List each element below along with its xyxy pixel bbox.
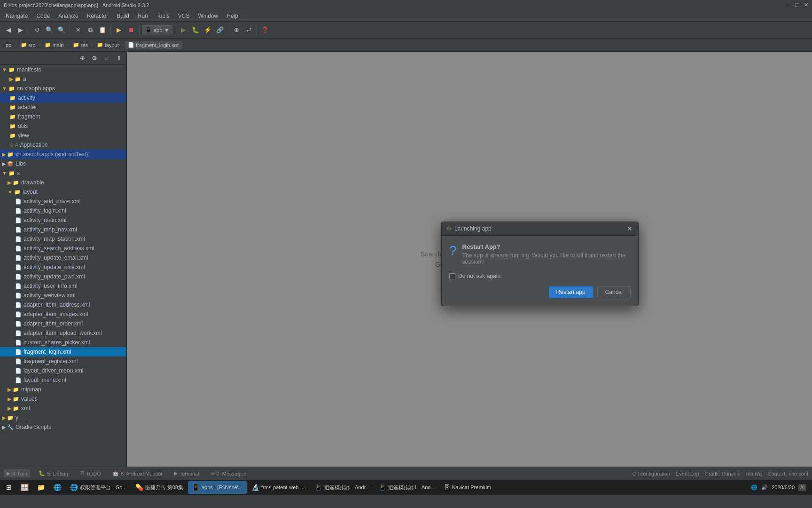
toolbar-attach-btn[interactable]: 🔗	[214, 24, 226, 36]
taskbar-start[interactable]: ⊞	[2, 480, 16, 494]
status-tab-terminal[interactable]: ▶ Terminal	[171, 469, 202, 477]
status-tab-messages[interactable]: ✉ 0: Messages	[208, 469, 249, 477]
status-tab-android-monitor[interactable]: 🤖 6: Android Monitor	[109, 469, 165, 477]
taskbar-app-yijie[interactable]: 💊 医捷奔传 第08集	[132, 481, 187, 494]
menu-code[interactable]: Code	[32, 12, 54, 20]
toolbar-forward[interactable]: ▶	[15, 24, 26, 36]
taskbar-app-navicat[interactable]: 🗄 Navicat Premium	[440, 481, 495, 494]
taskbar-app-frms[interactable]: 🔬 frms-patent-web -...	[248, 481, 310, 494]
tree-add-driver[interactable]: 📄 activity_add_driver.xml	[0, 197, 126, 206]
sidebar-sort-btn[interactable]: ⇕	[113, 53, 125, 64]
tree-search-address[interactable]: 📄 activity_search_address.xml	[0, 244, 126, 253]
tree-cn-xiaoph[interactable]: ▼ 📁 cn.xiaoph.apps	[0, 84, 126, 93]
breadcrumb-res[interactable]: 📁 res	[70, 41, 91, 49]
dialog-close-button[interactable]: ✕	[626, 225, 633, 232]
taskbar-app-emulator1[interactable]: 📱 逍遥模拟器 - Andr...	[311, 481, 374, 494]
cancel-button[interactable]: Cancel	[597, 286, 631, 298]
toolbar-copy[interactable]: ⧉	[85, 24, 96, 36]
restart-app-button[interactable]: Restart app	[548, 286, 593, 298]
menu-window[interactable]: Window	[195, 12, 222, 20]
toolbar-cut[interactable]: ✕	[72, 24, 84, 36]
tree-xml[interactable]: ▶ 📁 xml	[0, 404, 126, 413]
tree-adapter-address[interactable]: 📄 adapter_item_address.xml	[0, 300, 126, 310]
taskbar-app-0[interactable]: 🪟	[17, 481, 32, 494]
status-event-log[interactable]: Event Log	[676, 471, 699, 476]
taskbar-app-2[interactable]: 🌐	[50, 481, 65, 494]
breadcrumb-pp[interactable]: pp	[3, 41, 14, 49]
tree-view[interactable]: 📁 view	[0, 131, 126, 140]
tree-adapter-order[interactable]: 📄 adapter_item_order.xml	[0, 319, 126, 328]
tree-drawable[interactable]: ▶ 📁 drawable	[0, 178, 126, 187]
tree-gradle-scripts[interactable]: ▶ 🔧 Gradle Scripts	[0, 422, 126, 432]
status-gradle[interactable]: Gradle Console	[704, 471, 740, 476]
tree-androidtest[interactable]: ▶ 📁 cn.xiaoph.apps (androidTest)	[0, 150, 126, 159]
tree-utils[interactable]: 📁 utils	[0, 121, 126, 131]
toolbar-stop[interactable]: ⏹	[125, 24, 137, 36]
tree-layout-driver[interactable]: 📄 layout_driver_menu.xml	[0, 366, 126, 375]
minimize-btn[interactable]: ─	[786, 2, 790, 8]
toolbar-search1[interactable]: 🔍	[44, 24, 55, 36]
do-not-ask-checkbox[interactable]	[449, 273, 455, 279]
sidebar-add-btn[interactable]: ⊕	[77, 53, 88, 64]
tree-fragment[interactable]: 📁 fragment	[0, 112, 126, 121]
tree-map-station[interactable]: 📄 activity_map_station.xml	[0, 234, 126, 244]
tree-adapter[interactable]: 📁 adapter	[0, 103, 126, 112]
menu-help[interactable]: Help	[223, 12, 242, 20]
toolbar-paste[interactable]: 📋	[97, 24, 108, 36]
taskbar-app-emulator2[interactable]: 📱 逍遥模拟器1 - And...	[375, 481, 439, 494]
breadcrumb-main[interactable]: 📁 main	[42, 41, 67, 49]
tree-s[interactable]: ▼ 📁 s	[0, 168, 126, 178]
tree-adapter-images[interactable]: 📄 adapter_item_images.xml	[0, 310, 126, 319]
menu-run[interactable]: Run	[134, 12, 152, 20]
taskbar-app-quanxian[interactable]: 🌐 权限管理平台 - Go...	[66, 481, 131, 494]
close-btn[interactable]: ✕	[804, 2, 808, 8]
tree-login[interactable]: 📄 activity_login.xml	[0, 206, 126, 215]
breadcrumb-src[interactable]: 📁 src	[18, 41, 39, 49]
tree-values[interactable]: ▶ 📁 values	[0, 394, 126, 404]
tree-adapter-upload[interactable]: 📄 adapter_item_upload_work.xml	[0, 328, 126, 338]
tree-manifests[interactable]: ▼ 📁 manifests	[0, 65, 126, 74]
menu-build[interactable]: Build	[113, 12, 133, 20]
taskbar-app-android[interactable]: 📱 apps - [F:\bishe\...	[188, 481, 247, 494]
tree-libs[interactable]: ▶ 📦 Libs	[0, 159, 126, 168]
toolbar-back[interactable]: ◀	[3, 24, 14, 36]
tree-update-email[interactable]: 📄 activity_update_email.xml	[0, 253, 126, 262]
status-tab-todo[interactable]: ☑ TODO	[77, 469, 104, 477]
toolbar-profile-btn[interactable]: ⚡	[202, 24, 213, 36]
tree-layout[interactable]: ▼ 📁 layout	[0, 187, 126, 197]
toolbar-help-btn[interactable]: ❓	[259, 24, 271, 36]
app-selector[interactable]: 📱 app ▼	[142, 25, 172, 34]
tree-fragment-register[interactable]: 📄 fragment_register.xml	[0, 357, 126, 366]
tree-layout-menu[interactable]: 📄 layout_menu.xml	[0, 375, 126, 385]
tree-activity[interactable]: 📁 activity	[0, 93, 126, 103]
maximize-btn[interactable]: □	[795, 2, 798, 8]
breadcrumb-file[interactable]: 📄 fragment_login.xml	[125, 41, 182, 49]
toolbar-run-btn[interactable]: ▶	[178, 24, 189, 36]
status-tab-run[interactable]: ▶ 4: Run	[4, 469, 30, 477]
tree-custom-shares[interactable]: 📄 custom_shares_picker.xml	[0, 338, 126, 347]
tree-mipmap[interactable]: ▶ 📁 mipmap	[0, 385, 126, 394]
menu-navigate[interactable]: Navigate	[2, 12, 31, 20]
tree-update-nice[interactable]: 📄 activity_update_nice.xml	[0, 262, 126, 272]
tree-a[interactable]: ▶ 📁 a	[0, 74, 126, 84]
toolbar-debug-btn[interactable]: 🐛	[190, 24, 201, 36]
tree-map-nav[interactable]: 📄 activity_map_nav.xml	[0, 225, 126, 234]
menu-vcs[interactable]: VCS	[174, 12, 194, 20]
tree-y[interactable]: ▶ 📁 y	[0, 413, 126, 422]
tree-application[interactable]: ⊙ A Application	[0, 140, 126, 150]
sidebar-settings-btn[interactable]: ⚙	[89, 53, 100, 64]
breadcrumb-layout[interactable]: 📁 layout	[94, 41, 121, 49]
tree-fragment-login[interactable]: 📄 fragment_login.xml	[0, 347, 126, 357]
sidebar-filter-btn[interactable]: ≡	[101, 53, 112, 64]
tree-webview[interactable]: 📄 activity_webview.xml	[0, 291, 126, 300]
toolbar-run-debug[interactable]: ▶	[113, 24, 125, 36]
toolbar-sdk-btn[interactable]: ⊕	[231, 24, 242, 36]
toolbar-avd-btn[interactable]: ⇄	[243, 24, 254, 36]
status-tab-debug[interactable]: 🐛 5: Debug	[36, 469, 71, 477]
tree-main[interactable]: 📄 activity_main.xml	[0, 215, 126, 225]
menu-analyze[interactable]: Analyze	[55, 12, 82, 20]
tree-update-pwd[interactable]: 📄 activity_update_pwd.xml	[0, 272, 126, 281]
menu-tools[interactable]: Tools	[153, 12, 173, 20]
taskbar-app-1[interactable]: 📁	[33, 481, 49, 494]
menu-refactor[interactable]: Refactor	[83, 12, 112, 20]
